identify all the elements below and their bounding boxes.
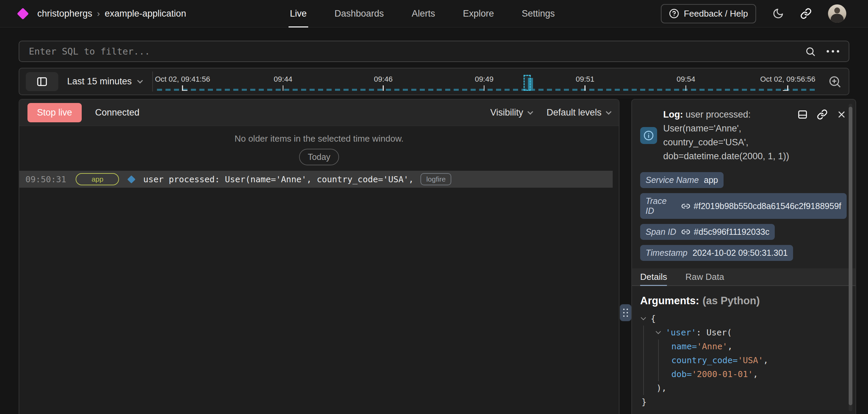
link-icon [681, 202, 690, 211]
link-icon [817, 109, 828, 120]
timeline-selected-bucket[interactable] [524, 75, 531, 91]
metadata-value[interactable]: #f2019b98b550cd8a61546c2f9188959f [681, 201, 841, 211]
code-token: , [763, 353, 768, 367]
connection-status: Connected [95, 107, 140, 118]
timeline-tick-mark [787, 85, 788, 91]
search-icon[interactable] [805, 46, 816, 57]
close-panel-button[interactable] [836, 109, 847, 120]
timeline-track[interactable]: Oct 02, 09:41:5609:4409:4609:4909:5109:5… [153, 68, 821, 95]
code-token: ), [656, 381, 667, 395]
log-timestamp: 09:50:31 [25, 174, 66, 184]
breadcrumb: christophergs › example-application [19, 8, 186, 19]
timeline-tick-label: Oct 02, 09:41:56 [155, 75, 210, 84]
tab-raw-data[interactable]: Raw Data [685, 268, 724, 285]
breadcrumb-project[interactable]: example-application [105, 8, 186, 19]
service-badge: app [76, 173, 119, 185]
today-button[interactable]: Today [299, 149, 339, 165]
code-token: 'user' [666, 326, 696, 339]
live-view-panel: Stop live Connected Visibility Default l… [19, 99, 619, 414]
tab-details[interactable]: Details [640, 268, 667, 285]
code-token: : User( [696, 326, 732, 339]
metadata-badge[interactable]: Trace ID#f2019b98b550cd8a61546c2f9188959… [640, 193, 847, 219]
top-nav: christophergs › example-application Live… [0, 0, 868, 27]
nav-tab-settings[interactable]: Settings [522, 0, 555, 27]
log-row[interactable]: 09:50:31 app user processed: User(name='… [19, 171, 613, 188]
log-list: No older items in the selected time wind… [19, 133, 619, 188]
share-link-button[interactable] [800, 8, 812, 19]
default-levels-dropdown[interactable]: Default levels [547, 107, 611, 118]
logfire-logo-icon[interactable] [17, 7, 29, 19]
nav-tab-dashboards[interactable]: Dashboards [335, 0, 384, 27]
feedback-help-button[interactable]: Feedback / Help [661, 4, 756, 23]
user-avatar[interactable] [828, 4, 846, 23]
timeline-tick-label: Oct 02, 09:56:56 [760, 75, 815, 84]
timeline-zoom-button[interactable] [828, 75, 841, 88]
code-token: dob= [671, 367, 692, 381]
timeline-tick-label: 09:46 [374, 75, 393, 84]
code-line: } [640, 395, 847, 409]
chevron-down-icon [527, 109, 533, 115]
timeline-tick-label: 09:51 [576, 75, 594, 84]
live-view-header: Stop live Connected Visibility Default l… [19, 100, 619, 126]
indent-guide [658, 339, 659, 381]
nav-tab-explore[interactable]: Explore [463, 0, 494, 27]
collapse-caret-icon[interactable] [641, 315, 646, 320]
metadata-label: Service Name [646, 175, 699, 185]
link-icon [800, 8, 812, 19]
metadata-label: Span ID [646, 227, 676, 237]
metadata-value: 2024-10-02 09:50:31.301 [692, 248, 788, 258]
details-actions [797, 109, 847, 120]
code-token: } [642, 395, 647, 409]
timeline-tick-label: 09:54 [676, 75, 695, 84]
empty-window-message: No older items in the selected time wind… [19, 133, 619, 144]
moon-icon [772, 8, 784, 19]
copy-link-button[interactable] [817, 109, 828, 120]
breadcrumb-separator: › [97, 8, 100, 19]
panel-resize-handle[interactable] [620, 304, 631, 321]
metadata-badges: Service NameappTrace ID#f2019b98b550cd8a… [640, 172, 847, 261]
filter-actions [805, 46, 839, 57]
scrollbar-thumb[interactable] [849, 107, 852, 405]
sql-filter-bar [19, 41, 849, 62]
code-token: , [728, 339, 733, 353]
dock-panel-button[interactable] [797, 109, 808, 120]
timeline-tick-mark [182, 85, 183, 91]
timeline-tick-mark [383, 85, 384, 91]
metadata-badge: Timestamp2024-10-02 09:50:31.301 [640, 245, 793, 261]
timeline-tick-mark [585, 85, 586, 91]
sidebar-toggle-button[interactable] [26, 72, 58, 91]
nav-tab-alerts[interactable]: Alerts [412, 0, 435, 27]
metadata-label: Trace ID [646, 196, 676, 216]
arguments-code: {'user': User(name='Anne',country_code='… [640, 312, 847, 409]
details-title: Log: user processed: User(name='Anne', c… [663, 108, 797, 163]
chevron-down-icon [137, 78, 143, 83]
timeline-bar: Last 15 minutes Oct 02, 09:41:5609:4409:… [19, 68, 849, 95]
timeline-tick-label: 09:44 [274, 75, 292, 84]
sql-filter-input[interactable] [29, 46, 805, 57]
metadata-badge[interactable]: Span ID#d5c996f11192033c [640, 224, 775, 240]
arguments-qualifier: (as Python) [703, 295, 760, 307]
visibility-dropdown[interactable]: Visibility [490, 107, 532, 118]
collapse-caret-icon[interactable] [656, 329, 661, 334]
more-options-icon[interactable] [827, 50, 839, 53]
close-icon [836, 109, 847, 120]
nav-tab-live[interactable]: Live [290, 0, 307, 27]
code-token: { [651, 312, 656, 326]
metadata-value[interactable]: #d5c996f11192033c [681, 227, 769, 237]
panel-bottom-icon [797, 109, 808, 120]
theme-toggle-button[interactable] [772, 8, 784, 19]
stop-live-button[interactable]: Stop live [27, 103, 82, 122]
help-circle-icon [669, 8, 679, 19]
code-line: name='Anne', [640, 339, 847, 353]
timeline-tick-mark [283, 85, 284, 91]
timeline-tick-label: 09:49 [475, 75, 493, 84]
breadcrumb-org[interactable]: christophergs [37, 8, 92, 19]
timeline-tick-mark [686, 85, 687, 91]
code-line: { [640, 312, 847, 326]
time-range-dropdown[interactable]: Last 15 minutes [67, 76, 142, 87]
details-title-prefix: Log: [663, 109, 683, 120]
zoom-in-icon [828, 75, 841, 88]
panel-left-icon [36, 76, 48, 87]
code-token: name= [671, 339, 697, 353]
details-header: Log: user processed: User(name='Anne', c… [640, 108, 847, 163]
